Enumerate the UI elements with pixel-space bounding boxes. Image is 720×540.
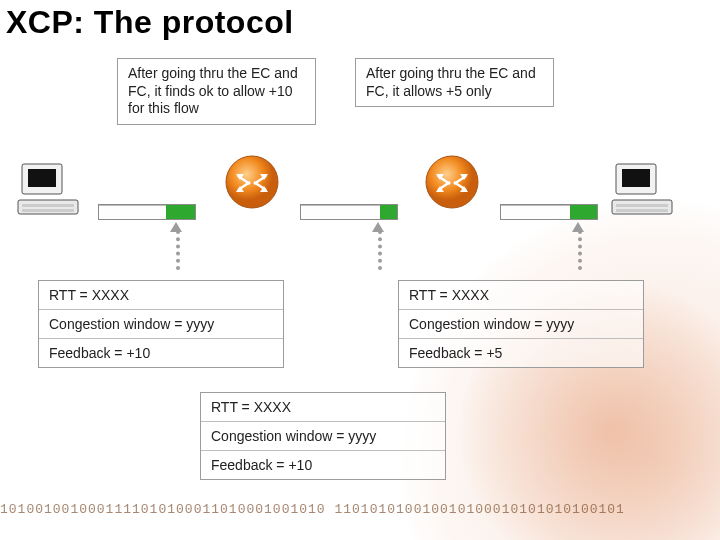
svg-rect-3 xyxy=(22,204,74,207)
router-icon xyxy=(424,154,480,210)
progress-bar-mid xyxy=(300,204,398,220)
router-icon xyxy=(224,154,280,210)
infobox-bottom: RTT = XXXX Congestion window = yyyy Feed… xyxy=(200,392,446,480)
arrow-head-icon xyxy=(170,222,182,232)
computer-icon xyxy=(16,160,80,220)
progress-bar-left xyxy=(98,204,196,220)
info-rtt: RTT = XXXX xyxy=(201,393,445,421)
info-fb: Feedback = +5 xyxy=(399,338,643,367)
computer-icon xyxy=(610,160,674,220)
progress-bar-right xyxy=(500,204,598,220)
arrow-line xyxy=(176,230,180,270)
progress-fill xyxy=(380,205,397,219)
binary-strip: 1010010010001111010100011010001001010 11… xyxy=(0,502,720,528)
svg-rect-18 xyxy=(616,204,668,207)
svg-point-5 xyxy=(226,156,278,208)
infobox-left: RTT = XXXX Congestion window = yyyy Feed… xyxy=(38,280,284,368)
arrow-line xyxy=(578,230,582,270)
svg-rect-4 xyxy=(22,209,74,212)
callout-left: After going thru the EC and FC, it finds… xyxy=(117,58,316,125)
arrow-line xyxy=(378,230,382,270)
info-fb: Feedback = +10 xyxy=(201,450,445,479)
bg-circle-large xyxy=(400,200,720,540)
page-title: XCP: The protocol xyxy=(6,4,294,41)
progress-fill xyxy=(166,205,195,219)
infobox-right: RTT = XXXX Congestion window = yyyy Feed… xyxy=(398,280,644,368)
svg-rect-1 xyxy=(28,169,56,187)
svg-rect-19 xyxy=(616,209,668,212)
progress-fill xyxy=(570,205,597,219)
svg-rect-16 xyxy=(622,169,650,187)
info-cwnd: Congestion window = yyyy xyxy=(399,309,643,338)
info-rtt: RTT = XXXX xyxy=(399,281,643,309)
svg-point-10 xyxy=(426,156,478,208)
info-cwnd: Congestion window = yyyy xyxy=(39,309,283,338)
arrow-head-icon xyxy=(372,222,384,232)
arrow-head-icon xyxy=(572,222,584,232)
info-cwnd: Congestion window = yyyy xyxy=(201,421,445,450)
info-fb: Feedback = +10 xyxy=(39,338,283,367)
info-rtt: RTT = XXXX xyxy=(39,281,283,309)
callout-right: After going thru the EC and FC, it allow… xyxy=(355,58,554,107)
